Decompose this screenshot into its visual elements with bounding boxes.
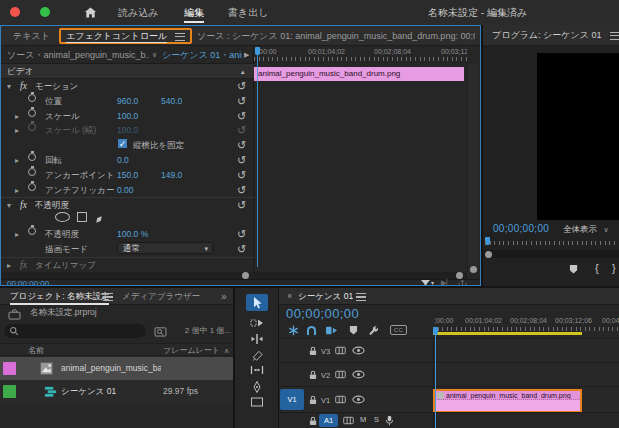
menu-export[interactable]: 書き出し	[228, 0, 268, 25]
playhead-line[interactable]	[257, 55, 258, 267]
mute-track-button[interactable]: M	[360, 415, 366, 424]
toggle-track-output-eye-icon[interactable]	[352, 346, 365, 355]
video-section-header[interactable]: ビデオ ▴	[1, 64, 254, 79]
expand-icon[interactable]: ▸	[7, 258, 11, 273]
collapse-icon[interactable]: ▴	[241, 64, 245, 79]
filter-icon[interactable]	[421, 280, 430, 286]
timeline-clip[interactable]: animal_penguin_music_band_drum.png	[433, 389, 582, 413]
stopwatch-icon[interactable]	[28, 168, 36, 176]
parameter-value[interactable]: 100.0	[117, 123, 138, 138]
parameter-value[interactable]: 100.0 %	[117, 227, 148, 242]
reset-parameter-icon[interactable]: ↺	[237, 109, 246, 124]
reset-parameter-icon[interactable]: ↺	[237, 138, 246, 153]
snap-icon[interactable]	[307, 326, 316, 335]
timeline-settings-wrench-icon[interactable]	[368, 325, 379, 336]
reset-parameter-icon[interactable]: ↺	[237, 168, 246, 183]
reset-parameter-icon[interactable]: ↺	[237, 183, 246, 198]
panel-menu-icon[interactable]	[175, 33, 185, 41]
reset-parameter-icon[interactable]: ↺	[237, 242, 246, 257]
selection-tool[interactable]	[246, 294, 268, 311]
solo-track-button[interactable]: S	[374, 415, 379, 424]
audio-target-a1[interactable]: A1	[319, 414, 338, 427]
tab-media-browser[interactable]: メディアブラウザー	[122, 288, 200, 305]
menu-edit[interactable]: 編集	[184, 0, 204, 25]
track-select-forward-tool[interactable]	[246, 315, 268, 332]
sync-lock-icon[interactable]	[335, 395, 346, 404]
mask-pen-icon[interactable]	[94, 214, 104, 225]
timeline-playhead-line[interactable]	[435, 335, 436, 428]
uniform-scale-checkbox[interactable]: ✓	[117, 138, 128, 149]
lock-track-icon[interactable]	[309, 395, 317, 405]
effect-controls-timecode[interactable]: 00;00;00;00	[7, 280, 49, 286]
stopwatch-icon[interactable]	[28, 109, 36, 117]
zoom-level-select[interactable]: 全体表示 ∨	[563, 224, 609, 236]
add-marker-icon[interactable]	[349, 325, 358, 335]
play-toggle-icon[interactable]: ▶	[244, 46, 249, 64]
close-window-button[interactable]	[10, 7, 20, 17]
column-framerate[interactable]: フレームレート	[163, 344, 220, 357]
search-input[interactable]	[4, 324, 146, 338]
work-area-bar[interactable]	[433, 332, 582, 335]
track-lane[interactable]	[433, 339, 434, 362]
pen-tool[interactable]	[246, 378, 268, 395]
chevron-down-icon[interactable]: ∨	[152, 46, 157, 64]
vertical-scrollbar[interactable]	[467, 64, 478, 272]
project-item-row[interactable]: animal_penguin_music_band_	[0, 357, 233, 380]
mark-out-icon[interactable]: }	[612, 262, 616, 274]
toggle-track-output-eye-icon[interactable]	[352, 370, 365, 379]
effect-controls-clip-bar[interactable]: animal_penguin_music_band_drum.png	[254, 67, 464, 81]
scrollbar-handle[interactable]	[485, 251, 492, 258]
sync-lock-icon[interactable]	[335, 346, 346, 355]
parameter-value[interactable]: 0.00	[117, 183, 134, 198]
stopwatch-icon[interactable]	[28, 123, 36, 131]
reset-parameter-icon[interactable]: ↺	[237, 123, 246, 138]
lock-track-icon[interactable]	[309, 346, 317, 356]
linked-selection-icon[interactable]	[325, 325, 338, 336]
timeline-timecode[interactable]: 00;00;00;00	[286, 306, 359, 321]
lock-track-icon[interactable]	[309, 370, 317, 380]
ripple-edit-tool[interactable]	[246, 331, 268, 348]
stopwatch-icon[interactable]	[28, 94, 36, 102]
reset-parameter-icon[interactable]: ↺	[237, 94, 246, 109]
stopwatch-icon[interactable]	[28, 227, 36, 235]
reset-parameter-icon[interactable]: ↺	[237, 227, 246, 242]
tab-sequence[interactable]: シーケンス 01	[298, 288, 353, 305]
track-name[interactable]: V2	[321, 371, 330, 380]
sync-lock-icon[interactable]	[335, 370, 346, 379]
mask-ellipse-icon[interactable]	[55, 212, 70, 222]
menu-import[interactable]: 読み込み	[118, 0, 158, 25]
slip-tool[interactable]	[246, 362, 268, 379]
sort-ascending-icon[interactable]: ∧	[224, 344, 229, 357]
label-color-chip[interactable]	[3, 362, 16, 375]
project-item-row[interactable]: シーケンス 01 29.97 fps	[0, 380, 233, 403]
collapse-icon[interactable]: ▾	[7, 79, 11, 94]
parameter-value[interactable]: 0.0	[117, 153, 129, 168]
panel-menu-icon[interactable]	[103, 293, 113, 301]
expand-icon[interactable]: ▸	[15, 227, 19, 242]
track-lane[interactable]	[433, 413, 434, 428]
effect-group-label[interactable]: タイムリマップ	[35, 258, 96, 273]
tab-effect-controls[interactable]: エフェクトコントロール	[59, 28, 192, 44]
parameter-value[interactable]: 150.0	[117, 168, 138, 183]
parameter-value[interactable]: 540.0	[161, 94, 182, 109]
export-icon[interactable]	[458, 280, 467, 286]
effect-group-label[interactable]: 不透明度	[35, 198, 69, 213]
expand-icon[interactable]: ▸	[15, 109, 19, 124]
playhead-handle[interactable]	[255, 47, 260, 55]
expand-icon[interactable]: ▸	[15, 153, 19, 168]
track-lane[interactable]	[433, 363, 434, 386]
lock-track-icon[interactable]	[309, 416, 317, 426]
captions-icon[interactable]: CC	[390, 325, 407, 335]
reset-parameter-icon[interactable]: ↺	[237, 153, 246, 168]
zoom-handle[interactable]	[456, 272, 463, 279]
stopwatch-icon[interactable]	[28, 153, 36, 161]
panel-menu-icon[interactable]	[356, 293, 366, 301]
track-name[interactable]: V1	[321, 396, 330, 405]
blend-mode-select[interactable]: 通常▾	[117, 242, 213, 254]
item-name[interactable]: animal_penguin_music_band_	[61, 357, 161, 380]
effect-group-label[interactable]: モーション	[35, 79, 78, 94]
rectangle-tool[interactable]	[246, 394, 268, 411]
insert-as-nest-icon[interactable]	[288, 325, 299, 336]
horizontal-scrollbar[interactable]	[1, 272, 467, 279]
tab-project[interactable]: プロジェクト: 名称未設定	[10, 288, 109, 305]
